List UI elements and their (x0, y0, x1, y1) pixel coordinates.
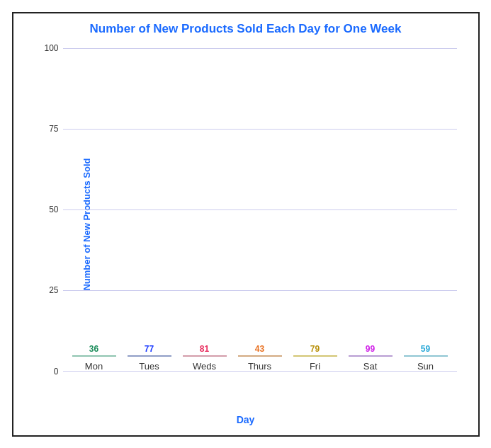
bar-value: 43 (255, 344, 264, 354)
bar (404, 355, 448, 357)
bar-value: 79 (310, 344, 320, 354)
bar-day-label: Fri (310, 361, 320, 372)
y-tick-label: 25 (36, 285, 59, 295)
y-tick-label: 0 (36, 367, 59, 377)
chart-container: Number of New Products Sold Each Day for… (12, 12, 480, 437)
y-tick-label: 100 (36, 43, 59, 53)
bar (349, 355, 393, 357)
bar-value: 36 (89, 344, 98, 354)
bar (238, 355, 282, 357)
y-tick-label: 50 (36, 205, 59, 214)
bar-day-label: Tues (139, 361, 159, 372)
chart-area: 0255075100 36Mon77Tues81Weds43Thurs79Fri… (63, 49, 457, 372)
bar-day-label: Mon (85, 361, 103, 372)
chart-title: Number of New Products Sold Each Day for… (13, 22, 478, 36)
bar (128, 355, 171, 357)
bar-value: 81 (200, 344, 209, 354)
bar (293, 355, 337, 357)
bar-value: 99 (366, 344, 375, 354)
bar-value: 59 (421, 344, 430, 354)
x-axis-label: Day (13, 414, 478, 425)
bar-value: 77 (145, 344, 154, 354)
bar-group: 36Mon (67, 344, 122, 372)
bar-day-label: Thurs (248, 361, 271, 372)
bar-group: 43Thurs (232, 344, 288, 372)
bar-day-label: Sat (363, 361, 378, 372)
bar-day-label: Sun (417, 361, 434, 372)
y-tick-label: 75 (36, 124, 59, 134)
bar (72, 355, 116, 357)
bar (183, 355, 227, 357)
bars-row: 36Mon77Tues81Weds43Thurs79Fri99Sat59Sun (63, 49, 457, 372)
bar-group: 77Tues (122, 344, 177, 372)
bar-group: 59Sun (398, 344, 453, 372)
bar-group: 81Weds (177, 344, 232, 372)
grid-and-bars: 0255075100 36Mon77Tues81Weds43Thurs79Fri… (63, 49, 457, 372)
bar-group: 99Sat (343, 344, 398, 372)
bar-group: 79Fri (288, 344, 343, 372)
bar-day-label: Weds (193, 361, 216, 372)
